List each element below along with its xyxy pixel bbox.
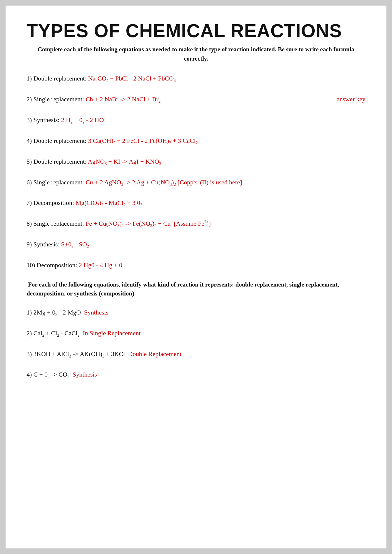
- problem-3: 3) Synthesis: 2 H2 + 02 - 2 HO: [27, 115, 365, 126]
- problem-8-equation: Fe + Cu(NO3)2 -> Fe(NO3)2 + Cu [Assume F…: [86, 220, 211, 227]
- problem-9: 9) Synthesis: S+02 - SO2: [27, 239, 365, 250]
- part2-problem-1-number: 1) 2Mg + 02 - 2 MgO: [27, 309, 84, 316]
- problem-9-equation: S+02 - SO2: [61, 241, 89, 248]
- part2-problem-2: 2) Cal2 + Cl2 - CaCl2 In Single Replacem…: [27, 328, 365, 339]
- part2-problem-4-number: 4) C + 02 -> CO2: [27, 371, 73, 378]
- problem-1-number: 1) Double replacement:: [27, 75, 88, 82]
- problem-3-number: 3) Synthesis:: [27, 116, 61, 123]
- problem-9-number: 9) Synthesis:: [27, 241, 61, 248]
- problem-1-equation: Na2CO4 + PbCl - 2 NaCl + PbCO4: [88, 75, 176, 82]
- problem-10: 10) Decomposition: 2 Hg0 - 4 Hg + 0: [27, 260, 365, 270]
- problem-4-equation: 3 Ca(OH)2 + 2 FeCl - 2 Fe(OH)2 + 3 CaCl2: [88, 137, 198, 144]
- problem-10-equation: 2 Hg0 - 4 Hg + 0: [79, 261, 122, 269]
- problem-7-number: 7) Decomposition:: [27, 199, 76, 206]
- part2-instructions: For each of the following equations, ide…: [27, 280, 365, 298]
- part2-problem-2-number: 2) Cal2 + Cl2 - CaCl2: [27, 330, 83, 337]
- page-title: TYPES OF CHEMICAL REACTIONS: [27, 21, 365, 41]
- problem-3-equation: 2 H2 + 02 - 2 HO: [61, 116, 104, 123]
- problem-1: 1) Double replacement: Na2CO4 + PbCl - 2…: [27, 74, 365, 84]
- problem-8-number: 8) Single replacement:: [27, 220, 86, 227]
- instructions: Complete each of the following equations…: [27, 45, 365, 63]
- problem-4-number: 4) Double replacement:: [27, 137, 88, 144]
- problem-8: 8) Single replacement: Fe + Cu(NO3)2 -> …: [27, 219, 365, 229]
- problem-2: 2) Single replacement: Ch + 2 NaBr -> 2 …: [27, 94, 365, 105]
- problem-6-equation: Cu + 2 AgNO3 -> 2 Ag + Cu(NO3)2 [Copper …: [86, 179, 242, 186]
- part2-problem-3-answer: Double Replacement: [128, 350, 182, 358]
- answer-key-label: answer key: [337, 94, 365, 104]
- part2-problem-4: 4) C + 02 -> CO2 Synthesis: [27, 370, 365, 380]
- page: TYPES OF CHEMICAL REACTIONS Complete eac…: [6, 6, 386, 548]
- problem-10-number: 10) Decomposition:: [27, 261, 79, 269]
- problem-7: 7) Decomposition: Mg(ClO3)2 - MgCl2 + 3 …: [27, 198, 365, 208]
- problem-2-number: 2) Single replacement:: [27, 96, 86, 103]
- problem-7-equation: Mg(ClO3)2 - MgCl2 + 3 02: [76, 199, 142, 206]
- problem-6-number: 6) Single replacement:: [27, 179, 86, 186]
- problem-6: 6) Single replacement: Cu + 2 AgNO3 -> 2…: [27, 177, 365, 188]
- part2-problem-3: 3) 3KOH + AlCl3 -> AK(OH)3 + 3KCl Double…: [27, 349, 365, 360]
- problem-5: 5) Double replacement: AgNO3 + KI -> AgI…: [27, 157, 365, 167]
- problem-2-equation: Ch + 2 NaBr -> 2 NaCl + Br2: [86, 96, 160, 103]
- problem-4: 4) Double replacement: 3 Ca(OH)2 + 2 FeC…: [27, 136, 365, 146]
- part2-problem-1-answer: Synthesis: [84, 309, 108, 316]
- problem-5-number: 5) Double replacement:: [27, 158, 88, 165]
- part2-problem-3-number: 3) 3KOH + AlCl3 -> AK(OH)3 + 3KCl: [27, 350, 128, 358]
- problem-5-equation: AgNO3 + KI -> AgI + KNO3: [88, 158, 161, 165]
- part2-problem-4-answer: Synthesis: [73, 371, 97, 378]
- part2-problem-1: 1) 2Mg + 02 - 2 MgO Synthesis: [27, 308, 365, 318]
- part2-problem-2-answer: In Single Replacement: [83, 330, 141, 337]
